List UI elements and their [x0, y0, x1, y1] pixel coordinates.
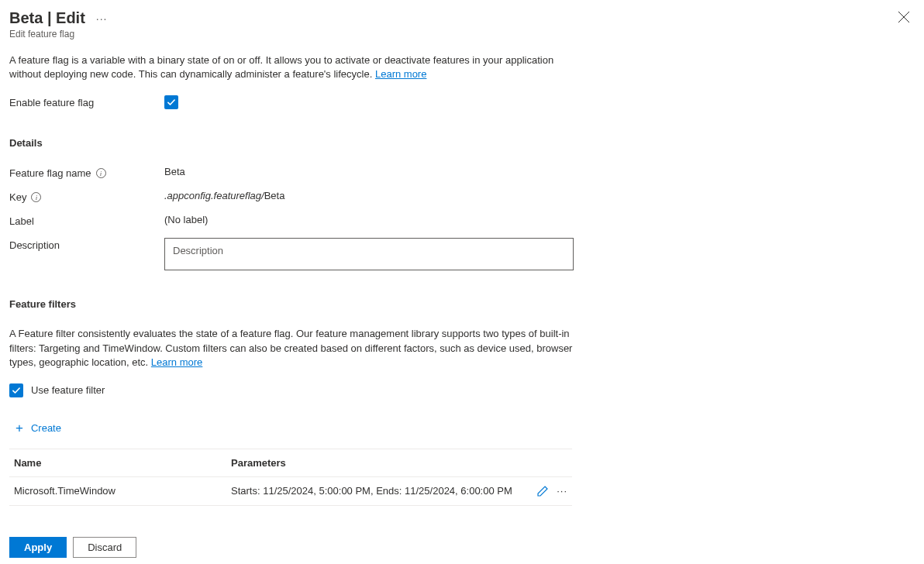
close-icon[interactable]	[898, 11, 910, 23]
edit-icon[interactable]	[536, 485, 549, 497]
plus-icon: +	[16, 421, 23, 436]
label-label: Label	[9, 215, 34, 227]
info-icon[interactable]: i	[31, 192, 41, 202]
discard-button[interactable]: Discard	[73, 537, 136, 558]
more-actions-icon[interactable]: ···	[96, 12, 108, 25]
flag-name-value: Beta	[164, 166, 185, 177]
description-input[interactable]	[164, 238, 574, 270]
key-prefix: .appconfig.featureflag/	[164, 190, 264, 201]
enable-flag-label: Enable feature flag	[9, 95, 164, 108]
label-value: (No label)	[164, 214, 208, 225]
key-suffix: Beta	[264, 190, 285, 201]
key-value: .appconfig.featureflag/Beta	[164, 190, 284, 201]
filter-name: Microsoft.TimeWindow	[9, 476, 226, 505]
filters-intro-body: A Feature filter consistently evaluates …	[9, 328, 572, 367]
checkmark-icon	[12, 386, 21, 395]
col-name: Name	[9, 449, 226, 476]
filters-intro: A Feature filter consistently evaluates …	[9, 327, 575, 370]
table-row: Microsoft.TimeWindow Starts: 11/25/2024,…	[9, 476, 572, 505]
learn-more-link[interactable]: Learn more	[375, 68, 426, 80]
use-filter-checkbox[interactable]	[9, 383, 23, 397]
create-label: Create	[31, 422, 61, 434]
filters-table: Name Parameters Microsoft.TimeWindow Sta…	[9, 449, 572, 506]
intro-text: A feature flag is a variable with a bina…	[9, 53, 575, 81]
description-label: Description	[9, 239, 60, 251]
col-params: Parameters	[226, 449, 518, 476]
filters-learn-more-link[interactable]: Learn more	[151, 356, 202, 368]
filters-heading: Feature filters	[9, 298, 915, 310]
page-title: Beta | Edit	[9, 9, 85, 27]
intro-body: A feature flag is a variable with a bina…	[9, 54, 553, 80]
apply-button[interactable]: Apply	[9, 537, 67, 558]
page-subtitle: Edit feature flag	[9, 29, 915, 40]
checkmark-icon	[167, 98, 176, 107]
filter-params: Starts: 11/25/2024, 5:00:00 PM, Ends: 11…	[226, 476, 518, 505]
enable-flag-checkbox[interactable]	[164, 95, 178, 109]
flag-name-label: Feature flag name	[9, 167, 91, 179]
create-filter-button[interactable]: + Create	[16, 421, 915, 436]
use-filter-label: Use feature filter	[31, 384, 105, 396]
details-heading: Details	[9, 137, 915, 149]
row-more-icon[interactable]: ···	[557, 485, 567, 497]
info-icon[interactable]: i	[96, 168, 106, 178]
key-label: Key	[9, 191, 26, 203]
